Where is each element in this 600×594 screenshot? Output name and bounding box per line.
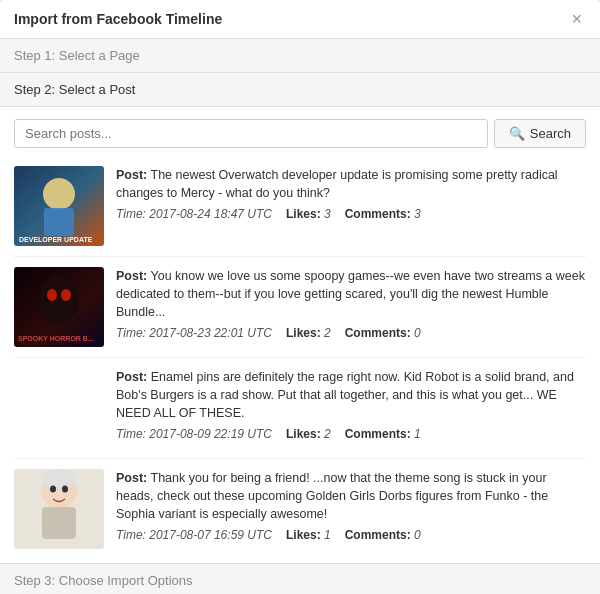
- post-thumbnail: [14, 469, 104, 549]
- post-prefix: Post:: [116, 471, 147, 485]
- import-modal: Import from Facebook Timeline × Step 1: …: [0, 0, 600, 594]
- post-prefix: Post:: [116, 269, 147, 283]
- post-text: Post: Enamel pins are definitely the rag…: [116, 368, 586, 422]
- post-text: Post: The newest Overwatch developer upd…: [116, 166, 586, 202]
- post-thumbnail: DEVELOPER UPDATE: [14, 166, 104, 246]
- svg-rect-11: [42, 507, 76, 539]
- post-content: Post: Enamel pins are definitely the rag…: [116, 368, 586, 441]
- post-prefix: Post:: [116, 370, 147, 384]
- search-button-label: Search: [530, 126, 571, 141]
- post-item[interactable]: Post: Thank you for being a friend! ...n…: [14, 459, 586, 559]
- post-text: Post: You know we love us some spoopy ga…: [116, 267, 586, 321]
- step1-label: Step 1: Select a Page: [14, 48, 140, 63]
- step1-bar: Step 1: Select a Page: [0, 39, 600, 73]
- post-content: Post: You know we love us some spoopy ga…: [116, 267, 586, 340]
- svg-point-14: [62, 486, 68, 493]
- search-button[interactable]: 🔍 Search: [494, 119, 586, 148]
- post-meta: Time: 2017-08-24 18:47 UTC Likes: 3 Comm…: [116, 207, 586, 221]
- post-item[interactable]: DEVELOPER UPDATE Post: The newest Overwa…: [14, 156, 586, 257]
- post-item[interactable]: Post: Enamel pins are definitely the rag…: [14, 358, 586, 459]
- svg-text:SPOOKY HORROR B...: SPOOKY HORROR B...: [18, 335, 94, 342]
- step2-bar: Step 2: Select a Post: [0, 73, 600, 107]
- svg-point-13: [50, 486, 56, 493]
- svg-point-6: [47, 289, 57, 301]
- svg-point-12: [41, 469, 77, 489]
- post-text: Post: Thank you for being a friend! ...n…: [116, 469, 586, 523]
- svg-text:DEVELOPER UPDATE: DEVELOPER UPDATE: [19, 236, 93, 243]
- modal-title: Import from Facebook Timeline: [14, 11, 222, 27]
- svg-point-5: [39, 275, 79, 323]
- post-thumbnail-empty: [14, 368, 104, 448]
- svg-rect-2: [44, 208, 74, 236]
- post-meta: Time: 2017-08-07 16:59 UTC Likes: 1 Comm…: [116, 528, 586, 542]
- post-meta: Time: 2017-08-23 22:01 UTC Likes: 2 Comm…: [116, 326, 586, 340]
- post-content: Post: Thank you for being a friend! ...n…: [116, 469, 586, 542]
- post-thumbnail: SPOOKY HORROR B...: [14, 267, 104, 347]
- search-area: 🔍 Search: [0, 107, 600, 156]
- svg-point-1: [43, 178, 75, 210]
- modal-header: Import from Facebook Timeline ×: [0, 0, 600, 39]
- svg-point-7: [61, 289, 71, 301]
- post-prefix: Post:: [116, 168, 147, 182]
- step2-label: Step 2: Select a Post: [14, 82, 135, 97]
- post-content: Post: The newest Overwatch developer upd…: [116, 166, 586, 221]
- post-item[interactable]: SPOOKY HORROR B... Post: You know we lov…: [14, 257, 586, 358]
- post-meta: Time: 2017-08-09 22:19 UTC Likes: 2 Comm…: [116, 427, 586, 441]
- step3-bar: Step 3: Choose Import Options: [0, 563, 600, 594]
- close-button[interactable]: ×: [567, 10, 586, 28]
- search-input[interactable]: [14, 119, 488, 148]
- posts-list: DEVELOPER UPDATE Post: The newest Overwa…: [0, 156, 600, 559]
- search-icon: 🔍: [509, 126, 525, 141]
- step3-label: Step 3: Choose Import Options: [14, 573, 192, 588]
